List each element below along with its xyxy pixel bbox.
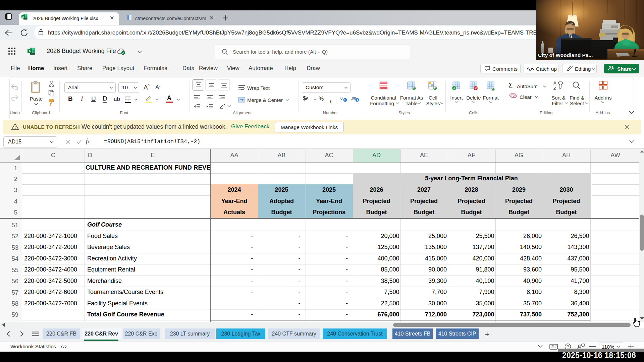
svg-text:A: A [553, 80, 556, 85]
svg-text:City of Woodland Pa...: City of Woodland Pa... [538, 52, 593, 58]
svg-text:X: X [22, 15, 24, 18]
svg-text:.0: .0 [339, 96, 342, 100]
svg-text:?: ? [567, 345, 569, 349]
svg-text:.00: .00 [351, 96, 356, 100]
svg-text:X: X [29, 49, 31, 53]
svg-text:Z: Z [553, 86, 556, 90]
